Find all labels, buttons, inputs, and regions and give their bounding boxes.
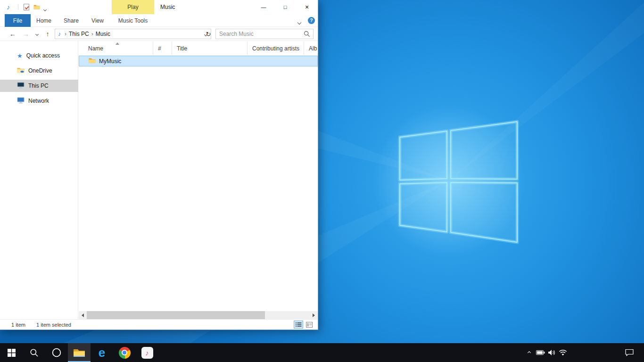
- sidebar-item-network[interactable]: Network: [0, 95, 78, 107]
- system-tray: [523, 343, 569, 362]
- scrollbar-track[interactable]: [87, 311, 310, 319]
- contextual-group-play[interactable]: Play: [112, 0, 154, 14]
- ribbon-collapse-button[interactable]: [298, 19, 301, 25]
- edge-icon: e: [99, 346, 105, 359]
- breadcrumb-chevron-icon: ›: [63, 31, 68, 37]
- taskbar-itunes-button[interactable]: ♪: [136, 343, 158, 362]
- onedrive-icon: [17, 67, 25, 74]
- tab-view[interactable]: View: [86, 14, 109, 27]
- search-box[interactable]: [215, 29, 314, 39]
- battery-button[interactable]: [535, 343, 546, 362]
- up-button[interactable]: ↑: [41, 27, 54, 41]
- qat-new-folder-icon[interactable]: [33, 4, 40, 11]
- tab-share[interactable]: Share: [58, 14, 84, 27]
- wifi-icon: [559, 350, 567, 356]
- cortana-icon: [51, 347, 62, 358]
- scroll-left-button[interactable]: [79, 311, 87, 319]
- maximize-button[interactable]: □: [274, 0, 296, 14]
- quick-access-star-icon: ★: [17, 53, 23, 59]
- column-header-album[interactable]: Alb: [304, 41, 318, 55]
- breadcrumb-chevron-icon: ›: [90, 31, 95, 37]
- search-input[interactable]: [216, 29, 304, 39]
- scroll-left-icon: [82, 313, 84, 317]
- view-details-button[interactable]: [294, 321, 303, 329]
- scroll-right-icon: [313, 313, 315, 317]
- column-header-number[interactable]: #: [153, 41, 172, 55]
- search-icon[interactable]: [304, 31, 310, 37]
- sidebar-item-onedrive[interactable]: OneDrive: [0, 65, 78, 77]
- sidebar-item-quick-access[interactable]: ★ Quick access: [0, 49, 78, 62]
- contextual-group-label: Play: [127, 4, 138, 10]
- column-label: Name: [88, 45, 103, 52]
- taskbar-search-button[interactable]: [23, 343, 45, 362]
- refresh-button[interactable]: ↻: [203, 29, 214, 39]
- qat-dropdown-icon[interactable]: [44, 6, 46, 12]
- volume-button[interactable]: [546, 343, 557, 362]
- help-icon: ?: [310, 18, 313, 23]
- column-label: #: [158, 45, 161, 52]
- window-title: Music: [160, 0, 175, 14]
- tab-home[interactable]: Home: [32, 14, 56, 27]
- minimize-icon: —: [261, 4, 266, 10]
- taskbar-edge-button[interactable]: e: [91, 343, 113, 362]
- computer-icon: [17, 82, 25, 90]
- tab-view-label: View: [91, 17, 104, 24]
- network-button[interactable]: [557, 343, 569, 362]
- maximize-icon: □: [284, 4, 287, 10]
- action-center-icon: [625, 349, 634, 356]
- start-button[interactable]: [0, 343, 23, 362]
- sidebar-item-this-pc[interactable]: This PC: [0, 80, 78, 92]
- column-label: Title: [177, 45, 187, 52]
- view-content-button[interactable]: [305, 321, 314, 329]
- tab-music-tools[interactable]: Music Tools: [112, 14, 154, 27]
- status-item-count: 1 item: [11, 322, 25, 328]
- back-button[interactable]: ←: [7, 27, 19, 41]
- tab-file[interactable]: File: [5, 14, 31, 27]
- ribbon-tab-row: File Home Share View Music Tools ?: [0, 14, 318, 27]
- tab-home-label: Home: [36, 17, 51, 24]
- titlebar-separator: |: [17, 3, 19, 10]
- forward-icon: →: [23, 30, 29, 38]
- status-selection-count: 1 item selected: [36, 322, 71, 328]
- breadcrumb-music[interactable]: Music: [95, 31, 111, 37]
- tab-file-label: File: [13, 17, 22, 24]
- column-label: Alb: [309, 45, 317, 52]
- column-header-contributing-artists[interactable]: Contributing artists: [248, 41, 304, 55]
- navigation-bar: ← → ↑ ♪ › This PC › Music ↻: [0, 27, 318, 41]
- forward-button[interactable]: →: [20, 27, 32, 41]
- sidebar-item-label: Network: [28, 98, 49, 104]
- windows-logo-icon: [8, 349, 16, 357]
- action-center-button[interactable]: [622, 343, 636, 362]
- music-app-icon: ♪: [7, 3, 10, 11]
- close-button[interactable]: ×: [296, 0, 318, 14]
- recent-locations-button[interactable]: [33, 27, 41, 41]
- qat-properties-icon[interactable]: [24, 4, 29, 10]
- folder-icon: [89, 58, 96, 65]
- cortana-button[interactable]: [45, 343, 68, 362]
- file-name: MyMusic: [99, 58, 121, 65]
- taskbar-chrome-button[interactable]: [113, 343, 136, 362]
- help-button[interactable]: ?: [308, 17, 315, 24]
- file-row[interactable]: MyMusic: [79, 56, 318, 66]
- show-hidden-icons-button[interactable]: [523, 343, 535, 362]
- minimize-button[interactable]: —: [253, 0, 274, 14]
- itunes-note-glyph: ♪: [145, 349, 149, 357]
- sidebar-item-label: This PC: [28, 82, 49, 89]
- address-bar[interactable]: ♪ › This PC › Music: [55, 29, 211, 39]
- column-label: Contributing artists: [252, 45, 299, 52]
- details-view-icon: [296, 322, 302, 327]
- search-icon: [30, 348, 39, 357]
- sort-ascending-icon[interactable]: [116, 42, 119, 45]
- horizontal-scrollbar[interactable]: [79, 311, 318, 319]
- titlebar[interactable]: ♪ | Play Music — □ ×: [0, 0, 318, 14]
- itunes-icon: ♪: [141, 347, 153, 359]
- column-header-title[interactable]: Title: [172, 41, 248, 55]
- sidebar-item-label: Quick access: [26, 52, 60, 59]
- scrollbar-thumb[interactable]: [87, 311, 265, 319]
- chrome-icon: [119, 347, 131, 359]
- breadcrumb-this-pc[interactable]: This PC: [68, 31, 90, 37]
- close-icon: ×: [305, 3, 309, 11]
- scroll-right-button[interactable]: [310, 311, 318, 319]
- volume-icon: [548, 349, 555, 356]
- taskbar-file-explorer-button[interactable]: [68, 343, 91, 362]
